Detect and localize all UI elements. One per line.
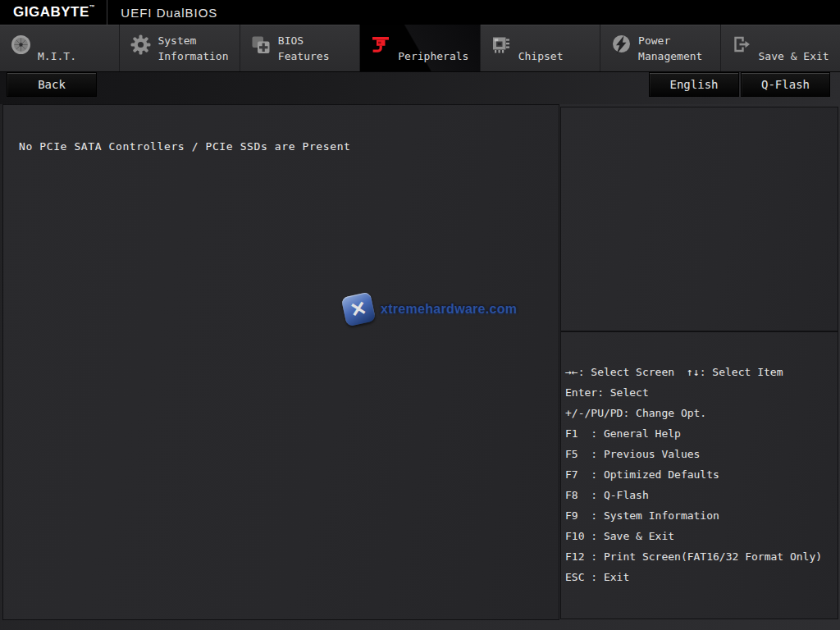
tab-label-bios-features: BIOS Features xyxy=(278,33,358,64)
help-line: F9 : System Information xyxy=(565,505,834,526)
back-button[interactable]: Back xyxy=(7,72,97,97)
gigabyte-logo: GIGABYTE™ xyxy=(13,4,95,21)
qflash-button[interactable]: Q-Flash xyxy=(741,72,830,97)
mit-dial-icon xyxy=(10,34,32,56)
select-item-hint: ↑↓: Select Item xyxy=(687,366,783,378)
watermark-text: xtremehardware.com xyxy=(381,302,517,317)
help-line: F7 : Optimized Defaults xyxy=(565,464,834,485)
help-line: F1 : General Help xyxy=(565,423,834,444)
tab-label-chipset: Chipset xyxy=(518,48,598,64)
power-bolt-icon xyxy=(610,34,632,56)
help-line: ESC : Exit xyxy=(565,567,834,587)
peripherals-plug-icon xyxy=(370,34,392,56)
help-line: F8 : Q-Flash xyxy=(565,485,834,505)
save-exit-icon xyxy=(731,34,753,56)
tab-label-system-information: System Information xyxy=(158,33,237,64)
tab-mit[interactable]: M.I.T. xyxy=(0,25,119,71)
tab-chipset[interactable]: Chipset xyxy=(480,25,600,71)
tab-save-exit[interactable]: Save & Exit xyxy=(720,25,840,71)
uefi-dualbios-title: UEFI DualBIOS xyxy=(121,6,217,20)
help-line: F12 : Print Screen(FAT16/32 Format Only) xyxy=(565,546,834,567)
language-button[interactable]: English xyxy=(649,72,739,97)
tab-peripherals[interactable]: Peripherals xyxy=(359,25,479,71)
x-glyph: ✕ xyxy=(349,298,369,321)
top-bar: GIGABYTE™ UEFI DualBIOS xyxy=(0,0,840,25)
help-line: F10 : Save & Exit xyxy=(565,526,834,546)
tab-label-peripherals: Peripherals xyxy=(398,48,477,64)
uefi-bios-screen: GIGABYTE™ UEFI DualBIOS M.I.T. xyxy=(0,0,840,630)
xtremehardware-watermark: ✕ xtremehardware.com xyxy=(344,294,517,324)
item-help-preview-panel xyxy=(560,107,838,331)
tab-bios-features[interactable]: BIOS Features xyxy=(240,25,359,71)
tab-label-mit: M.I.T. xyxy=(38,48,117,64)
bios-chip-icon xyxy=(250,34,272,56)
help-line: +/-/PU/PD: Change Opt. xyxy=(565,403,834,423)
tab-label-save-exit: Save & Exit xyxy=(759,48,838,64)
select-screen-hint: →←: Select Screen xyxy=(565,366,674,378)
chipset-icon xyxy=(491,34,513,56)
menu-tab-bar: M.I.T. System Information xyxy=(0,25,840,72)
tab-system-information[interactable]: System Information xyxy=(119,25,239,71)
key-help-panel: →←: Select Screen↑↓: Select Item Enter: … xyxy=(560,331,838,619)
tab-label-power-management: Power Management xyxy=(638,33,718,64)
tab-power-management[interactable]: Power Management xyxy=(600,25,719,71)
key-help-list: →←: Select Screen↑↓: Select Item Enter: … xyxy=(561,332,838,587)
main-content-panel: No PCIe SATA Controllers / PCIe SSDs are… xyxy=(2,104,559,620)
gear-icon xyxy=(130,34,152,56)
help-line-select: →←: Select Screen↑↓: Select Item xyxy=(565,362,834,382)
topbar-divider xyxy=(107,0,107,25)
xtremehardware-x-logo-icon: ✕ xyxy=(341,292,377,327)
help-line: F5 : Previous Values xyxy=(565,444,834,464)
no-pcie-controllers-message: No PCIe SATA Controllers / PCIe SSDs are… xyxy=(19,140,350,153)
trademark-symbol: ™ xyxy=(89,4,96,10)
help-line: Enter: Select xyxy=(565,382,834,403)
sub-header: Back English Q-Flash xyxy=(0,72,840,104)
